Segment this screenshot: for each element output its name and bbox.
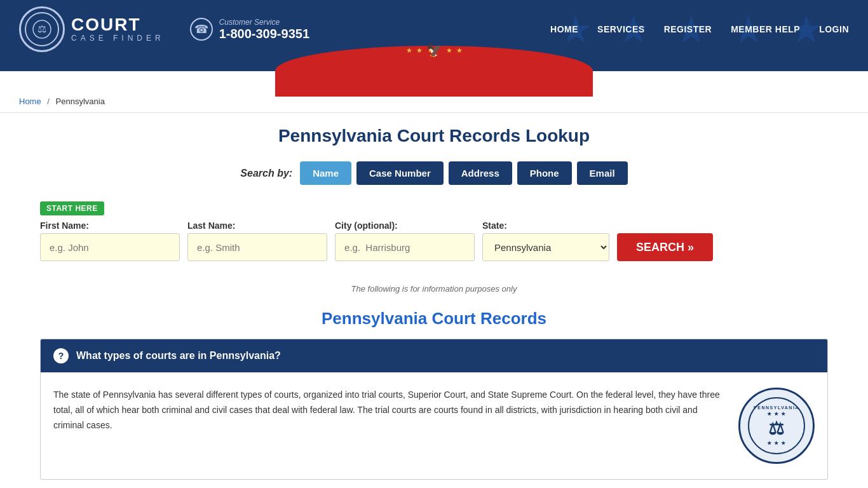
seal-stars: ★ ★ ★ (767, 411, 786, 417)
last-name-input[interactable] (187, 233, 327, 261)
first-name-group: First Name: (40, 220, 180, 261)
logo-area: ⚖ COURT CASE FINDER (19, 6, 165, 52)
state-label: State: (482, 220, 609, 231)
tab-address[interactable]: Address (449, 161, 512, 185)
search-by-label: Search by: (240, 168, 292, 179)
breadcrumb-home[interactable]: Home (19, 97, 41, 106)
logo-emblem: ⚖ (25, 12, 59, 46)
nav-login[interactable]: LOGIN (819, 24, 849, 34)
nav-member-help[interactable]: MEMBER HELP (731, 24, 800, 34)
logo-court-label: COURT (71, 16, 165, 34)
header-left: ⚖ COURT CASE FINDER ☎ Customer Service 1… (19, 6, 309, 52)
faq-body: The state of Pennsylvania has several di… (41, 372, 827, 479)
first-name-input[interactable] (40, 233, 180, 261)
eagle-banner: ★★ 🦅 ★★ (0, 58, 868, 90)
breadcrumb-separator: / (47, 97, 50, 106)
city-input[interactable] (335, 233, 475, 261)
info-note: The following is for information purpose… (40, 284, 828, 294)
nav-register[interactable]: REGISTER (664, 24, 712, 34)
logo-circle: ⚖ (19, 6, 65, 52)
first-name-label: First Name: (40, 220, 180, 231)
cs-phone: 1-800-309-9351 (219, 27, 309, 41)
seal-inner: PENNSYLVANIA ★ ★ ★ ⚖ ★ ★ ★ (748, 397, 805, 454)
seal-text-top: PENNSYLVANIA (754, 405, 799, 410)
headset-icon: ☎ (190, 18, 213, 41)
last-name-label: Last Name: (187, 220, 327, 231)
logo-case-finder-label: CASE FINDER (71, 34, 165, 43)
form-row: First Name: Last Name: City (optional): … (40, 220, 828, 261)
customer-service: ☎ Customer Service 1-800-309-9351 (190, 18, 309, 41)
cs-text: Customer Service 1-800-309-9351 (219, 18, 309, 41)
red-arc: ★★ 🦅 ★★ (275, 46, 593, 97)
stars-left: ★★ 🦅 ★★ (406, 43, 463, 58)
nav-menu: HOME SERVICES REGISTER MEMBER HELP LOGIN (550, 24, 849, 34)
state-group: State: Pennsylvania AlabamaAlaskaArizona… (482, 220, 609, 261)
seal-balance-icon: ⚖ (768, 418, 785, 439)
faq-answer: The state of Pennsylvania has several di… (53, 388, 726, 433)
page-title: Pennsylvania Court Records Lookup (40, 126, 828, 146)
logo-text: COURT CASE FINDER (71, 16, 165, 43)
faq-header[interactable]: ? What types of courts are in Pennsylvan… (41, 339, 827, 372)
tab-case-number[interactable]: Case Number (356, 161, 444, 185)
svg-text:⚖: ⚖ (37, 24, 46, 34)
cs-label: Customer Service (219, 18, 309, 27)
eagle-center: ★★ 🦅 ★★ (406, 43, 463, 58)
faq-question-icon: ? (53, 348, 69, 363)
search-by-row: Search by: Name Case Number Address Phon… (40, 161, 828, 185)
start-here-badge: START HERE (40, 201, 104, 215)
faq-item: ? What types of courts are in Pennsylvan… (40, 339, 828, 480)
search-form-area: START HERE First Name: Last Name: City (… (40, 195, 828, 274)
pa-seal: PENNSYLVANIA ★ ★ ★ ⚖ ★ ★ ★ (738, 388, 815, 464)
faq-header-text: What types of courts are in Pennsylvania… (76, 350, 281, 362)
tab-name[interactable]: Name (300, 161, 351, 185)
city-group: City (optional): (335, 220, 475, 261)
breadcrumb-current: Pennsylvania (56, 97, 105, 106)
nav-home[interactable]: HOME (550, 24, 578, 34)
search-button[interactable]: SEARCH » (617, 233, 713, 261)
records-section-title: Pennsylvania Court Records (40, 309, 828, 329)
tab-phone[interactable]: Phone (517, 161, 572, 185)
seal-stars-bottom: ★ ★ ★ (767, 440, 786, 446)
city-label: City (optional): (335, 220, 475, 231)
state-select[interactable]: Pennsylvania AlabamaAlaskaArizona Arkans… (482, 233, 609, 261)
main-content: Pennsylvania Court Records Lookup Search… (21, 113, 847, 488)
nav-services[interactable]: SERVICES (597, 24, 645, 34)
last-name-group: Last Name: (187, 220, 327, 261)
tab-email[interactable]: Email (577, 161, 628, 185)
